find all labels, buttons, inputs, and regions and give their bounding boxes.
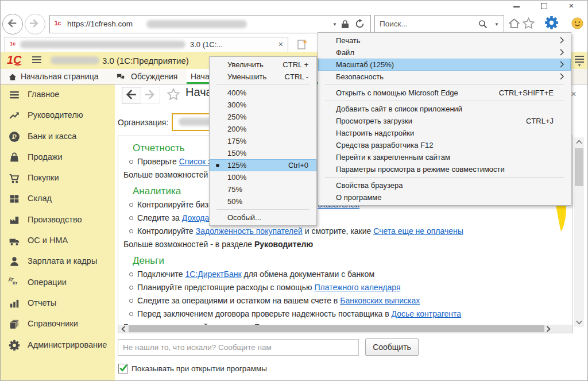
feedback-input[interactable] [118,339,359,356]
settings-menu-item-0[interactable]: Печать [318,34,571,47]
main-menu-burger-icon[interactable]: ▼ [575,56,584,67]
sidebar-item-label: Руководителю [28,110,83,120]
page-forward-button[interactable] [141,87,160,103]
zoom-menu-item-4[interactable]: 300% [210,99,316,111]
search-box[interactable]: Поиск... ▼ [374,15,504,33]
search-dropdown-icon[interactable]: ▼ [494,22,499,27]
scroll-up-icon[interactable] [576,140,582,144]
show-on-start-label: Показывать при открытии программы [131,364,267,373]
vertical-scrollbar[interactable] [574,137,584,327]
app-tab-1[interactable]: Обсуждения [109,69,187,84]
zoom-menu-separator [216,209,310,210]
sidebar-item-11[interactable]: Справочники [0,314,115,334]
feedback-smiley-icon[interactable] [571,17,584,30]
home-icon[interactable] [508,17,521,30]
new-tab-icon[interactable] [296,39,308,50]
hamburger-menu-icon[interactable] [32,56,41,65]
sidebar-item-label: Операции [28,278,67,287]
window-titlebar: × [0,0,588,11]
zoom-menu-item-9[interactable]: 125%Ctrl+0 [210,159,316,171]
content-link[interactable]: Досье контрагента [392,309,462,318]
content-link[interactable]: Банковских выписках [340,296,420,305]
sidebar-item-0[interactable]: Главное [0,84,115,105]
browser-tab[interactable]: 1с 3.0 (1С:... × [5,37,288,52]
sidebar-item-6[interactable]: Производство [0,210,115,230]
content-link[interactable]: Платежного календаря [315,283,401,292]
content-link[interactable]: Задолженность покупателей [196,226,303,236]
app-tab-label: Начальная страница [21,72,98,81]
app-tab-0[interactable]: Начальная страница [0,69,110,84]
show-on-start-checkbox[interactable] [118,364,128,374]
vertical-scroll-thumb[interactable] [575,148,583,186]
zoom-menu-item-0[interactable]: УвеличитьCTRL + [210,59,316,71]
settings-menu-item-8[interactable]: Просмотреть загрузкиCTRL+J [318,115,571,127]
forward-button[interactable] [25,14,45,34]
sidebar-item-7[interactable]: ОС и НМА [0,230,115,251]
settings-menu-item-9[interactable]: Настроить надстройки [318,127,571,139]
close-window-icon[interactable]: × [563,0,580,11]
refresh-icon[interactable] [355,19,365,29]
redacted-url-part [146,20,247,28]
zoom-menu-item-11[interactable]: 75% [210,183,316,195]
content-text: Следите за [137,213,182,222]
content-link[interactable]: 1С:ДиректБанк [185,270,241,279]
sidebar-item-8[interactable]: Зарплата и кадры [0,251,115,272]
settings-menu-item-14[interactable]: Свойства браузера [318,179,571,191]
favorites-star-icon[interactable] [522,17,535,30]
sidebar-item-label: Справочники [28,319,78,328]
sidebar-item-5[interactable]: Склад [0,188,115,209]
settings-menu-item-7[interactable]: Добавить сайт в список приложений [318,103,571,115]
zoom-menu-item-1[interactable]: УменьшитьCTRL - [210,71,316,83]
sidebar-item-9[interactable]: ДтКтОперации [0,272,115,293]
sidebar-item-label: Склад [28,194,52,203]
settings-menu-item-5[interactable]: Открыть с помощью Microsoft EdgeCTRL+SHI… [318,87,571,99]
zoom-menu-item-5[interactable]: 250% [210,111,316,123]
zoom-menu-item-8[interactable]: 150% [210,147,316,159]
maximize-icon[interactable] [535,0,552,11]
sidebar-item-2[interactable]: PБанк и касса [0,126,115,147]
sidebar-item-12[interactable]: Администрирование [0,335,115,356]
scroll-right-icon[interactable] [546,326,551,332]
search-icon[interactable] [478,20,488,29]
minimize-icon[interactable] [508,0,525,11]
zoom-menu-item-12[interactable]: 50% [210,195,316,207]
horizontal-scrollbar[interactable] [118,325,572,333]
sidebar-item-3[interactable]: Продажи [0,147,115,168]
horizontal-scroll-thumb[interactable] [129,325,544,332]
url-dropdown-icon[interactable]: ▼ [332,22,337,27]
settings-menu-item-11[interactable]: Перейти к закрепленным сайтам [318,151,571,163]
scroll-left-icon[interactable] [121,326,126,332]
url-bar[interactable]: 1с https://1cfresh.com ▼ [49,15,371,33]
favorite-star-icon[interactable] [167,87,180,101]
content-line: Контролируйте Задолженность покупателей … [118,225,572,238]
zoom-menu-item-7[interactable]: 175% [210,135,316,147]
settings-menu-item-2[interactable]: Масштаб (125%) [318,59,571,71]
submenu-arrow-icon [560,73,564,80]
sidebar-item-10[interactable]: Отчеты [0,293,115,314]
tab-close-icon[interactable]: × [278,40,283,49]
zoom-menu-item-14[interactable]: Особый... [210,211,316,224]
app-tab-label: Нача [191,72,210,81]
settings-menu-item-1[interactable]: Файл [318,47,571,59]
settings-menu: ПечатьФайлМасштаб (125%)БезопасностьОткр… [318,32,571,206]
sidebar-item-1[interactable]: Руководителю [0,105,115,126]
settings-gear-icon[interactable] [544,16,559,32]
zoom-menu-item-6[interactable]: 200% [210,123,316,135]
settings-menu-item-10[interactable]: Средства разработчика F12 [318,139,571,151]
feedback-submit-button[interactable]: Сообщить [365,338,419,356]
back-button[interactable] [2,14,23,34]
zoom-menu-item-10[interactable]: 100% [210,171,316,183]
settings-menu-item-12[interactable]: Параметры просмотра в режиме совместимос… [318,163,571,175]
settings-menu-item-3[interactable]: Безопасность [318,71,571,83]
content-link[interactable]: Счета еще не оплачены [373,226,463,236]
sidebar-item-label: Главное [28,90,59,99]
settings-menu-item-label: Файл [336,48,354,57]
scroll-down-icon[interactable] [576,320,582,325]
zoom-menu-item-3[interactable]: 400% [210,87,316,99]
redacted-tab-title [20,41,185,48]
check-icon [119,364,128,372]
close-panel-icon[interactable]: × [571,88,577,100]
page-back-button[interactable] [122,87,141,103]
settings-menu-item-15[interactable]: О программе [318,191,571,203]
sidebar-item-4[interactable]: Покупки [0,168,115,188]
